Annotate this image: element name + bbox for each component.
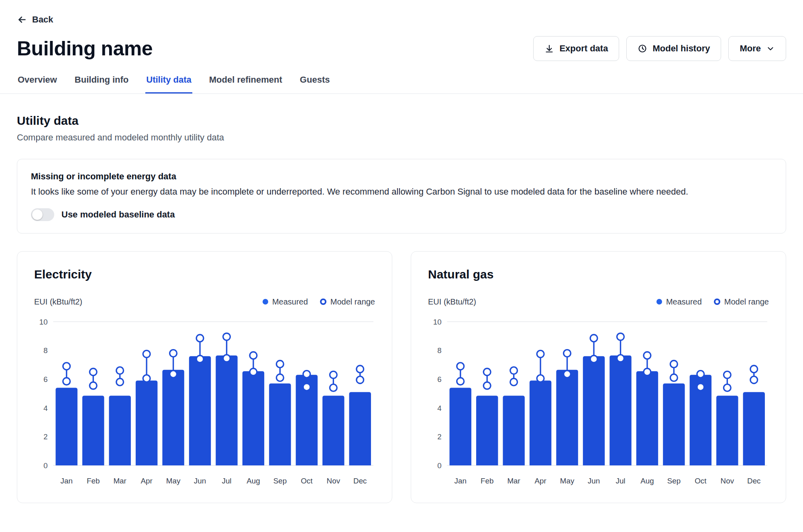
chevron-down-icon bbox=[766, 44, 775, 53]
natural-gas-card-title: Natural gas bbox=[428, 268, 769, 281]
model-range-high-apr bbox=[143, 350, 150, 357]
x-tick-label: Sep bbox=[273, 477, 287, 485]
model-range-low-mar bbox=[116, 378, 124, 386]
missing-data-alert: Missing or incomplete energy data It loo… bbox=[17, 159, 786, 234]
x-tick-label: Jul bbox=[222, 477, 231, 485]
export-data-button[interactable]: Export data bbox=[533, 36, 619, 61]
bar-mar bbox=[503, 396, 524, 465]
model-range-low-apr bbox=[143, 375, 150, 382]
y-tick-label: 6 bbox=[437, 375, 441, 384]
x-tick-label: Feb bbox=[481, 477, 493, 485]
measured-dot-icon bbox=[263, 299, 268, 305]
model-range-high-oct bbox=[697, 370, 704, 378]
bar-aug bbox=[243, 371, 264, 465]
tab-building-info[interactable]: Building info bbox=[74, 75, 129, 93]
bar-jun bbox=[583, 356, 605, 465]
natural-gas-card: Natural gas EUI (kBtu/ft2) Measured Mode… bbox=[411, 251, 786, 503]
model-range-low-mar bbox=[510, 378, 518, 386]
model-range-low-sep bbox=[671, 374, 678, 381]
model-range-ring-icon bbox=[714, 298, 720, 305]
model-range-high-jul bbox=[223, 333, 230, 340]
model-history-label: Model history bbox=[652, 43, 710, 54]
export-data-label: Export data bbox=[559, 43, 608, 54]
natural-gas-legend: Measured Model range bbox=[656, 297, 769, 307]
y-tick-label: 8 bbox=[43, 346, 47, 355]
model-range-high-jun bbox=[196, 335, 204, 342]
y-tick-label: 0 bbox=[43, 461, 47, 470]
tab-bar: Overview Building info Utility data Mode… bbox=[0, 75, 803, 94]
model-range-low-jul bbox=[617, 355, 624, 362]
header-actions: Export data Model history More bbox=[533, 36, 786, 61]
bar-jul bbox=[609, 355, 631, 465]
bar-mar bbox=[109, 396, 130, 465]
y-tick-label: 2 bbox=[437, 433, 441, 441]
tab-utility-data[interactable]: Utility data bbox=[145, 75, 192, 93]
model-range-high-dec bbox=[357, 365, 364, 373]
model-range-low-dec bbox=[750, 376, 758, 384]
tab-guests[interactable]: Guests bbox=[299, 75, 331, 93]
model-history-button[interactable]: Model history bbox=[626, 36, 721, 61]
more-button[interactable]: More bbox=[728, 36, 786, 61]
tab-overview[interactable]: Overview bbox=[17, 75, 58, 93]
electricity-axis-label: EUI (kBtu/ft2) bbox=[34, 297, 82, 307]
model-range-high-may bbox=[564, 349, 571, 357]
back-button[interactable]: Back bbox=[17, 14, 53, 25]
model-range-high-aug bbox=[644, 352, 651, 359]
model-range-high-apr bbox=[537, 350, 544, 357]
natural-gas-axis-label: EUI (kBtu/ft2) bbox=[428, 297, 476, 307]
bar-feb bbox=[476, 396, 498, 465]
legend-model-range-label: Model range bbox=[724, 297, 769, 307]
legend-model-range: Model range bbox=[320, 297, 375, 307]
tab-model-refinement[interactable]: Model refinement bbox=[208, 75, 283, 93]
bar-sep bbox=[269, 383, 291, 465]
y-tick-label: 8 bbox=[437, 346, 441, 355]
x-tick-label: Dec bbox=[353, 477, 367, 485]
toggle-knob bbox=[32, 209, 43, 220]
x-tick-label: Aug bbox=[247, 477, 260, 485]
model-range-low-feb bbox=[483, 382, 491, 389]
more-label: More bbox=[740, 43, 761, 54]
model-range-high-aug bbox=[250, 352, 257, 359]
x-tick-label: May bbox=[166, 477, 181, 485]
y-tick-label: 0 bbox=[437, 461, 441, 470]
x-tick-label: Dec bbox=[747, 477, 760, 485]
arrow-left-icon bbox=[17, 14, 27, 25]
model-range-low-sep bbox=[277, 374, 284, 381]
model-range-low-jun bbox=[590, 355, 597, 363]
model-range-high-may bbox=[170, 349, 177, 357]
model-range-low-jun bbox=[196, 355, 204, 363]
electricity-card-title: Electricity bbox=[34, 268, 375, 281]
toggle-label: Use modeled baseline data bbox=[61, 209, 175, 220]
y-tick-label: 10 bbox=[433, 317, 442, 326]
use-modeled-baseline-toggle[interactable] bbox=[31, 208, 54, 221]
top-bar: Back Building name Export data Model his… bbox=[0, 0, 803, 61]
model-range-high-feb bbox=[90, 368, 97, 376]
natural-gas-chart: 0246810JanFebMarAprMayJunJulAugSepOctNov… bbox=[428, 312, 769, 491]
model-range-low-apr bbox=[537, 375, 544, 382]
section-subtitle: Compare measured and modeled monthly uti… bbox=[17, 132, 786, 143]
x-tick-label: Apr bbox=[534, 477, 546, 485]
x-tick-label: Nov bbox=[721, 477, 734, 485]
bar-apr bbox=[136, 380, 157, 465]
x-tick-label: Aug bbox=[640, 477, 654, 485]
download-icon bbox=[544, 44, 554, 53]
x-tick-label: May bbox=[560, 477, 575, 485]
x-tick-label: Oct bbox=[301, 477, 313, 485]
electricity-card: Electricity EUI (kBtu/ft2) Measured Mode… bbox=[17, 251, 392, 503]
legend-model-range-label: Model range bbox=[330, 297, 375, 307]
alert-title: Missing or incomplete energy data bbox=[31, 171, 772, 182]
model-range-low-oct bbox=[303, 384, 310, 391]
bar-nov bbox=[322, 396, 344, 465]
measured-dot-icon bbox=[656, 299, 662, 305]
electricity-chart: 0246810JanFebMarAprMayJunJulAugSepOctNov… bbox=[34, 312, 375, 491]
model-range-low-feb bbox=[90, 382, 97, 389]
bar-jul bbox=[216, 355, 237, 465]
bar-dec bbox=[743, 392, 765, 465]
model-range-high-jan bbox=[457, 363, 464, 370]
bar-jun bbox=[189, 356, 211, 465]
y-tick-label: 6 bbox=[43, 375, 47, 384]
model-range-low-jan bbox=[63, 378, 70, 385]
y-tick-label: 2 bbox=[43, 433, 47, 441]
section-title: Utility data bbox=[17, 114, 786, 128]
x-tick-label: Jan bbox=[61, 477, 73, 485]
